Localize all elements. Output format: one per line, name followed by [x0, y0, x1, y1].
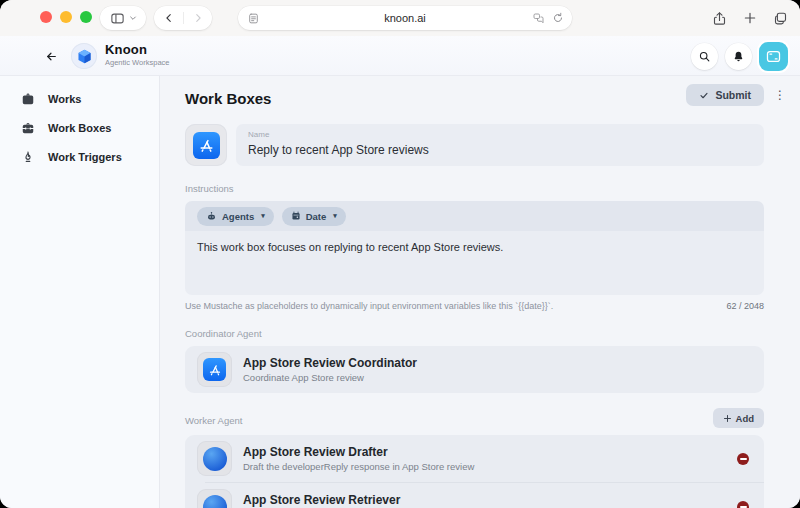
coordinator-icon-tile	[197, 352, 232, 387]
tab-overview-icon[interactable]	[773, 11, 788, 26]
back-button[interactable]	[155, 6, 183, 30]
coordinator-subtitle: Coordinate App Store review	[243, 372, 417, 383]
instructions-editor: Agents ▾ Date ▾ This work box focuses on…	[185, 201, 764, 295]
browser-chrome: knoon.ai	[0, 0, 800, 36]
submit-button[interactable]: Submit	[686, 84, 764, 106]
sidebar: Works Work Boxes Work Triggers	[0, 76, 160, 508]
workbox-icon-tile[interactable]	[185, 124, 227, 166]
chevron-down-icon: ▾	[261, 212, 265, 220]
add-worker-button[interactable]: Add	[713, 408, 764, 428]
worker-icon-tile	[197, 489, 232, 508]
browser-window: knoon.ai Knoon Agentic Workspace	[0, 0, 800, 508]
app-store-icon	[203, 358, 226, 381]
chrome-actions	[712, 6, 788, 30]
coordinator-agent-label: Coordinator Agent	[185, 328, 764, 339]
chevron-down-icon: ▾	[333, 212, 337, 220]
worker-title: App Store Review Retriever	[243, 493, 604, 507]
date-chip-label: Date	[306, 211, 327, 222]
forward-button[interactable]	[184, 6, 212, 30]
chevron-right-icon	[193, 12, 203, 24]
search-button[interactable]	[691, 43, 718, 70]
coordinator-title: App Store Review Coordinator	[243, 356, 417, 370]
name-field-label: Name	[248, 130, 752, 139]
sidebar-item-work-boxes[interactable]: Work Boxes	[0, 114, 159, 142]
worker-row[interactable]: App Store Review Drafter Draft the devel…	[185, 435, 764, 482]
reload-icon[interactable]	[552, 12, 564, 24]
sidebar-item-label: Work Triggers	[48, 151, 122, 163]
worker-agent-label: Worker Agent	[185, 415, 242, 426]
mustache-helper-text: Use Mustache as placeholders to dynamica…	[185, 301, 553, 311]
instructions-label: Instructions	[185, 183, 764, 194]
coordinator-text: App Store Review Coordinator Coordinate …	[243, 356, 417, 383]
url-text[interactable]: knoon.ai	[238, 12, 572, 24]
worker-row[interactable]: App Store Review Retriever You are an Ap…	[185, 483, 764, 508]
editor-toolbar: Agents ▾ Date ▾	[185, 201, 764, 231]
name-field-value: Reply to recent App Store reviews	[248, 143, 752, 157]
instructions-textarea[interactable]: This work box focuses on replying to rec…	[185, 231, 764, 295]
notifications-button[interactable]	[725, 43, 752, 70]
address-bar[interactable]: knoon.ai	[238, 6, 572, 30]
bell-icon	[732, 50, 745, 64]
sidebar-item-label: Works	[48, 93, 81, 105]
worker-text: App Store Review Retriever You are an Ap…	[243, 493, 604, 508]
agents-chip-label: Agents	[222, 211, 254, 222]
app-name: Knoon	[105, 42, 169, 57]
blue-circle-icon	[203, 495, 227, 508]
submit-label: Submit	[715, 89, 751, 101]
page-title: Work Boxes	[185, 90, 271, 107]
workspace-window-icon	[765, 48, 782, 65]
share-icon[interactable]	[712, 10, 727, 27]
close-window-button[interactable]	[40, 11, 52, 23]
date-chip[interactable]: Date ▾	[282, 207, 346, 226]
sidebar-panel-icon	[110, 11, 125, 26]
worker-subtitle: Draft the developerReply response in App…	[243, 461, 474, 472]
history-nav	[154, 6, 212, 30]
char-count: 62 / 2048	[726, 301, 764, 311]
minimize-window-button[interactable]	[60, 11, 72, 23]
chevron-down-icon	[129, 14, 137, 22]
sidebar-item-work-triggers[interactable]: Work Triggers	[0, 143, 159, 171]
briefcase-icon	[21, 92, 35, 106]
agents-chip[interactable]: Agents ▾	[197, 207, 274, 226]
user-avatar[interactable]	[759, 42, 788, 71]
robot-icon	[206, 211, 217, 222]
plus-icon	[723, 414, 732, 423]
chevron-left-icon	[164, 12, 174, 24]
worker-agent-list: App Store Review Drafter Draft the devel…	[185, 435, 764, 508]
worker-text: App Store Review Drafter Draft the devel…	[243, 445, 474, 472]
flame-icon	[21, 150, 35, 164]
brand-block: Knoon Agentic Workspace	[105, 42, 169, 67]
search-icon	[698, 50, 711, 63]
remove-worker-button[interactable]	[737, 453, 749, 465]
instructions-helper-row: Use Mustache as placeholders to dynamica…	[185, 301, 764, 311]
app-subtitle: Agentic Workspace	[105, 58, 169, 67]
sidebar-item-works[interactable]: Works	[0, 85, 159, 113]
worker-icon-tile	[197, 441, 232, 476]
coordinator-agent-row[interactable]: App Store Review Coordinator Coordinate …	[185, 346, 764, 393]
name-field-row: Name Reply to recent App Store reviews	[185, 124, 764, 166]
remove-worker-button[interactable]	[737, 501, 749, 508]
sidebar-toggle-button[interactable]	[100, 6, 146, 30]
new-tab-icon[interactable]	[743, 11, 757, 25]
coordinator-agent-card: App Store Review Coordinator Coordinate …	[185, 346, 764, 393]
more-options-button[interactable]: ⋮	[774, 87, 786, 103]
blue-circle-icon	[203, 447, 227, 471]
check-icon	[699, 91, 709, 100]
translate-icon[interactable]	[532, 12, 545, 24]
zoom-window-button[interactable]	[80, 11, 92, 23]
worker-title: App Store Review Drafter	[243, 445, 474, 459]
page-title-row: Work Boxes Submit ⋮	[185, 84, 764, 112]
calendar-icon	[291, 211, 301, 221]
header-actions	[691, 42, 788, 71]
knoon-logo[interactable]	[71, 43, 97, 69]
app-back-button[interactable]	[42, 47, 60, 65]
toolbox-icon	[21, 121, 35, 135]
sidebar-item-label: Work Boxes	[48, 122, 111, 134]
name-input[interactable]: Name Reply to recent App Store reviews	[236, 124, 764, 166]
cube-icon	[76, 48, 93, 65]
app-store-icon	[193, 132, 220, 159]
add-button-label: Add	[736, 413, 754, 424]
main-content: Work Boxes Submit ⋮ Name Reply to recent…	[160, 76, 800, 508]
traffic-lights	[40, 11, 92, 23]
back-arrow-icon	[44, 50, 59, 63]
